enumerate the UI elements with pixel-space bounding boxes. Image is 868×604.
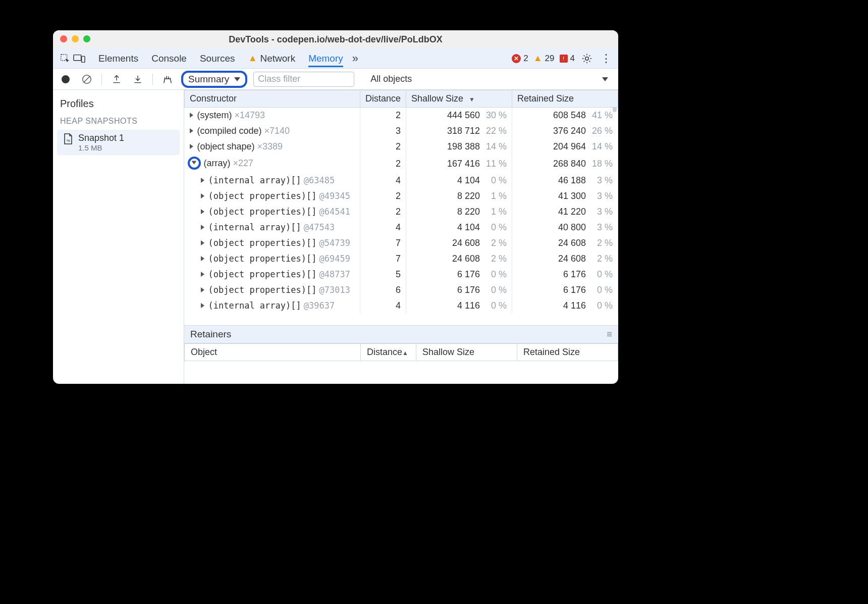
table-row[interactable]: (internal array)[] @4754344 104 0 %40 80… <box>185 220 618 235</box>
view-select-label: Summary <box>188 74 229 85</box>
disclosure-icon[interactable] <box>201 303 204 308</box>
disclosure-icon[interactable] <box>190 113 193 118</box>
disclosure-icon[interactable] <box>190 144 193 149</box>
window-titlebar: DevTools - codepen.io/web-dot-dev/live/P… <box>53 30 618 48</box>
issues-icon: ! <box>560 55 568 63</box>
warning-count[interactable]: ▲ 29 <box>533 53 555 64</box>
retainers-title: Retainers <box>190 329 231 340</box>
object-filter-caret-icon[interactable] <box>602 77 608 81</box>
heap-header-row: Constructor Distance Shallow Size ▼ Reta… <box>185 90 618 108</box>
view-select[interactable]: Summary <box>181 71 247 88</box>
device-toggle-icon[interactable] <box>72 52 86 66</box>
retainers-pane: Retainers ≡ Object Distance▲ Shallow Siz… <box>184 325 618 384</box>
import-icon[interactable] <box>130 72 145 87</box>
table-row[interactable]: (system) ×147932444 560 30 %608 548 41 % <box>185 108 618 124</box>
sidebar-title: Profiles <box>60 98 177 110</box>
col-constructor[interactable]: Constructor <box>185 90 360 108</box>
disclosure-icon[interactable] <box>190 128 193 133</box>
col-shallow[interactable]: Shallow Size ▼ <box>406 90 512 108</box>
warning-icon: ▲ <box>248 53 257 64</box>
close-icon[interactable] <box>60 35 67 42</box>
error-icon: ✕ <box>512 54 521 63</box>
profiles-sidebar: Profiles HEAP SNAPSHOTS % Snapshot 1 1.5… <box>53 90 184 384</box>
ret-col-object[interactable]: Object <box>185 343 361 361</box>
table-row[interactable]: (internal array)[] @3963744 116 0 %4 116… <box>185 298 618 314</box>
table-row[interactable]: (object shape) ×33892198 388 14 %204 964… <box>185 139 618 155</box>
inspect-icon[interactable] <box>58 52 72 66</box>
retainers-menu-icon[interactable]: ≡ <box>607 329 612 340</box>
sidebar-group-label: HEAP SNAPSHOTS <box>60 117 177 126</box>
warning-icon: ▲ <box>533 53 542 64</box>
disclosure-icon[interactable] <box>201 225 204 230</box>
disclosure-icon[interactable] <box>201 272 204 277</box>
snapshot-icon: % <box>63 133 73 147</box>
table-row[interactable]: (object properties)[] @54739724 608 2 %2… <box>185 235 618 251</box>
clear-button[interactable] <box>79 72 94 87</box>
table-row[interactable]: (object properties)[] @7301366 176 0 %6 … <box>185 282 618 298</box>
col-distance[interactable]: Distance <box>360 90 406 108</box>
table-row[interactable]: (object properties)[] @69459724 608 2 %2… <box>185 251 618 267</box>
disclosure-icon[interactable] <box>201 209 204 214</box>
table-row[interactable]: (object properties)[] @4934528 220 1 %41… <box>185 188 618 204</box>
svg-rect-1 <box>74 55 81 60</box>
error-count[interactable]: ✕ 2 <box>512 54 528 64</box>
tab-memory[interactable]: Memory <box>308 53 343 67</box>
sort-desc-icon: ▼ <box>469 96 475 103</box>
disclosure-icon[interactable] <box>201 178 204 183</box>
window-title: DevTools - codepen.io/web-dot-dev/live/P… <box>53 34 618 45</box>
tabs-overflow-button[interactable]: » <box>352 52 358 65</box>
gc-icon[interactable] <box>160 72 175 87</box>
export-icon[interactable] <box>109 72 124 87</box>
minimize-icon[interactable] <box>72 35 79 42</box>
table-row[interactable]: (object properties)[] @6454128 220 1 %41… <box>185 204 618 220</box>
svg-line-5 <box>84 76 90 82</box>
disclosure-icon <box>192 161 197 165</box>
sidebar-item-snapshot[interactable]: % Snapshot 1 1.5 MB <box>57 130 180 155</box>
snapshot-size: 1.5 MB <box>78 143 124 152</box>
expand-toggle-highlight[interactable] <box>188 157 201 170</box>
svg-point-3 <box>585 57 588 60</box>
disclosure-icon[interactable] <box>201 193 204 198</box>
chevron-down-icon <box>234 77 240 81</box>
tab-console[interactable]: Console <box>151 53 187 64</box>
memory-toolbar: Summary All objects <box>53 69 618 90</box>
table-row[interactable]: (compiled code) ×71403318 712 22 %376 24… <box>185 123 618 139</box>
tab-elements[interactable]: Elements <box>98 53 138 64</box>
disclosure-icon[interactable] <box>201 287 204 292</box>
class-filter-input[interactable] <box>253 72 354 87</box>
kebab-icon[interactable]: ⋮ <box>599 52 613 66</box>
tab-sources[interactable]: Sources <box>200 53 235 64</box>
gear-icon[interactable] <box>580 52 594 66</box>
object-filter-select[interactable]: All objects <box>370 74 412 84</box>
disclosure-icon[interactable] <box>201 240 204 245</box>
table-row[interactable]: (internal array)[] @6348544 104 0 %46 18… <box>185 173 618 188</box>
devtools-window: DevTools - codepen.io/web-dot-dev/live/P… <box>53 30 618 384</box>
ret-col-shallow[interactable]: Shallow Size <box>416 343 517 361</box>
snapshot-name: Snapshot 1 <box>78 133 124 143</box>
disclosure-icon[interactable] <box>201 256 204 261</box>
tab-network[interactable]: ▲ Network <box>248 53 296 64</box>
table-row[interactable]: (array) ×2272167 416 11 %268 840 18 % <box>185 155 618 173</box>
retainers-table: Object Distance▲ Shallow Size Retained S… <box>184 343 618 384</box>
col-retained[interactable]: Retained Size <box>512 90 618 108</box>
sort-asc-icon: ▲ <box>402 349 408 357</box>
devtools-tabstrip: Elements Console Sources ▲ Network Memor… <box>53 48 618 69</box>
zoom-icon[interactable] <box>83 35 90 42</box>
svg-rect-2 <box>82 56 85 62</box>
ret-col-retained[interactable]: Retained Size <box>517 343 618 361</box>
tab-network-label: Network <box>260 53 295 64</box>
table-row[interactable]: (object properties)[] @4873756 176 0 %6 … <box>185 267 618 282</box>
issues-count[interactable]: ! 4 <box>560 54 575 64</box>
ret-col-distance[interactable]: Distance▲ <box>361 343 416 361</box>
record-button[interactable] <box>58 72 73 87</box>
heap-table: Constructor Distance Shallow Size ▼ Reta… <box>184 90 618 314</box>
svg-text:%: % <box>67 138 70 143</box>
